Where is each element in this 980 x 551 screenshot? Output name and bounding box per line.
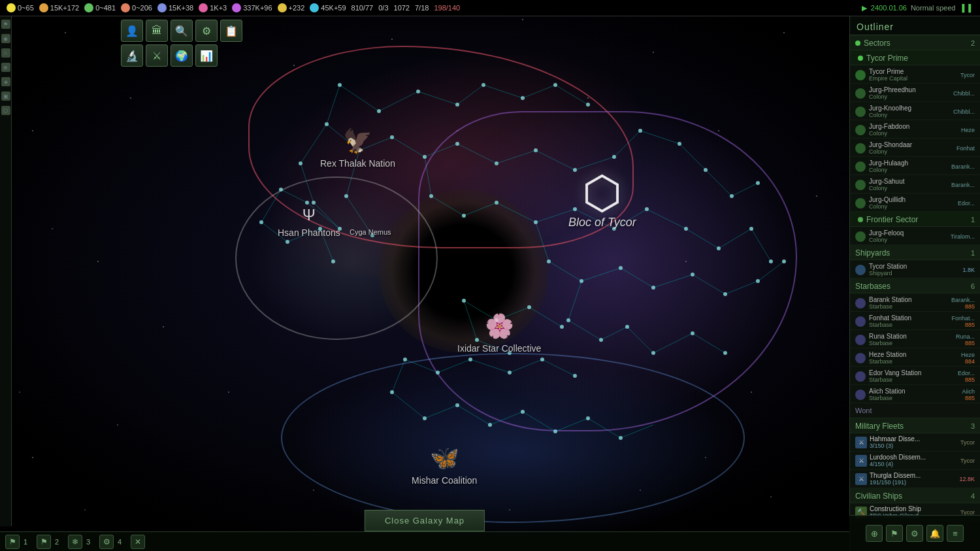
left-icon-2[interactable]: ◉ xyxy=(1,34,10,43)
bottom-tab-close[interactable]: ✕ xyxy=(131,535,145,549)
colony-jurg-shondaar[interactable]: Jurg-Shondaar Colony Fonhat xyxy=(850,139,980,157)
left-icon-7[interactable]: ⬡ xyxy=(1,106,10,115)
colony-jurg-quillidh[interactable]: Jurg-Quillidh Colony Edor... xyxy=(850,193,980,212)
br-icon-4[interactable]: 🔔 xyxy=(926,525,943,542)
fleet-thurgla[interactable]: ⚔ Thurgla Dissem... 191/150 (191) 12.8K xyxy=(850,470,980,488)
bottom-tab-3[interactable]: ❄ xyxy=(68,535,82,549)
military-fleets-section-header[interactable]: Military Fleets 3 xyxy=(850,418,980,433)
unity-value: +232 xyxy=(289,4,305,12)
left-icon-1[interactable]: ⚑ xyxy=(1,20,10,29)
colony-jurg-phreedhun[interactable]: Jurg-Phreedhun Colony Chibbl... xyxy=(850,84,980,102)
colony-icon xyxy=(855,231,866,242)
close-galaxy-map-button[interactable]: Close Galaxy Map xyxy=(365,510,485,531)
shipyards-count: 1 xyxy=(971,249,975,257)
territory-gray-hsan xyxy=(235,176,438,340)
food-icon xyxy=(84,3,93,12)
ratio-value: 0/3 xyxy=(378,4,388,12)
resource-energy: 0~65 xyxy=(7,3,34,12)
left-icon-6[interactable]: ▣ xyxy=(1,92,10,101)
starbase-aiich[interactable]: Aiich Station Starbase Aiich 885 xyxy=(850,385,980,403)
minerals-value: 15K+172 xyxy=(50,4,79,12)
icon-row-2: 🔬 ⚔ 🌍 📊 xyxy=(121,44,242,67)
action-military-button[interactable]: ⚔ xyxy=(146,44,168,67)
fleet-info: Thurgla Dissem... 191/150 (191) xyxy=(870,472,956,486)
left-icon-4[interactable]: ⊕ xyxy=(1,63,10,72)
bottom-tab-2[interactable]: ⚑ xyxy=(37,535,51,549)
galaxy-map[interactable]: ⬡ Bloc of Tycor 🦅 Rex Thalak Nation 🌸 Ix… xyxy=(0,0,849,551)
bottom-tab-4-number: 4 xyxy=(118,538,127,546)
tycor-prime-subsection[interactable]: Tycor Prime xyxy=(850,50,980,65)
bottom-tab-2-number: 2 xyxy=(55,538,64,546)
top-bar: 0~65 15K+172 0~481 0~206 15K+38 1K+3 337… xyxy=(0,0,980,16)
colony-icon xyxy=(855,180,866,190)
action-empire-button[interactable]: 👤 xyxy=(121,20,143,42)
starbase-text: Aiich Station Starbase xyxy=(869,388,962,401)
military-fleets-count: 3 xyxy=(971,422,975,430)
action-policies-button[interactable]: 🏛 xyxy=(146,20,168,42)
consumer-icon xyxy=(199,3,208,12)
starbase-icon xyxy=(855,316,866,327)
br-icon-1[interactable]: ⊕ xyxy=(866,525,883,542)
bottom-tab-1[interactable]: ⚑ xyxy=(5,535,20,549)
energy-icon xyxy=(7,3,16,12)
action-edicts-button[interactable]: 📋 xyxy=(220,20,242,42)
bottom-tab-4[interactable]: ⚙ xyxy=(99,535,114,549)
sectors-section-header[interactable]: Sectors 2 xyxy=(850,35,980,50)
shipyards-label: Shipyards xyxy=(855,248,890,258)
civilian-ships-section-header[interactable]: Civilian Ships 4 xyxy=(850,488,980,503)
colony-text: Jurg-Shondaar Colony xyxy=(869,141,956,155)
starbases-count: 6 xyxy=(971,282,975,290)
unity-icon xyxy=(278,3,287,12)
fleet-combat-icon: ⚔ xyxy=(855,455,867,467)
faction-bloc-tycor[interactable]: ⬡ Bloc of Tycor xyxy=(568,170,636,229)
colony-icon xyxy=(855,107,866,117)
pop-icon xyxy=(121,3,130,12)
starbase-fonhat[interactable]: Fonhat Station Starbase Fonhat... 885 xyxy=(850,312,980,330)
fleet-value: 810/77 xyxy=(351,4,374,12)
left-toolbar: ⚑ ◉ ☆ ⊕ ◈ ▣ ⬡ xyxy=(0,16,12,526)
br-icon-3[interactable]: ⚙ xyxy=(906,525,923,542)
colony-jurg-fabdoon[interactable]: Jurg-Fabdoon Colony Heze xyxy=(850,120,980,139)
resource-unity: +232 xyxy=(278,3,305,12)
colony-jurg-knoolheg[interactable]: Jurg-Knoolheg Colony Chibbl... xyxy=(850,102,980,120)
fleet-hahmaar[interactable]: ⚔ Hahmaar Disse... 3/150 (3) Tycor xyxy=(850,433,980,452)
br-icon-5[interactable]: ≡ xyxy=(947,525,964,542)
frontier-sector-header[interactable]: Frontier Sector 1 xyxy=(850,212,980,227)
starbase-text: Runa Station Starbase xyxy=(869,333,956,346)
resource-num2: 7/18 xyxy=(415,4,429,12)
game-speed: Normal speed xyxy=(911,4,955,12)
icon-row-1: 👤 🏛 🔍 ⚙ 📋 xyxy=(121,20,242,42)
sectors-label: Sectors xyxy=(855,39,890,48)
starbase-barank[interactable]: Barank Station Starbase Barank... 885 xyxy=(850,293,980,312)
action-situation-button[interactable]: 📊 xyxy=(195,44,218,67)
resource-num3: 198/140 xyxy=(434,4,460,12)
starbase-heze[interactable]: Heze Station Starbase Heze 884 xyxy=(850,348,980,367)
left-icon-3[interactable]: ☆ xyxy=(1,48,10,58)
fleet-info: Hahmaar Disse... 3/150 (3) xyxy=(870,435,958,449)
colony-jurg-sahuut[interactable]: Jurg-Sahuut Colony Barank... xyxy=(850,175,980,193)
left-icon-5[interactable]: ◈ xyxy=(1,77,10,86)
colony-text: Jurg-Hulaagh Colony xyxy=(869,159,951,173)
colony-tycor-prime[interactable]: Tycor Prime Empire Capital Tycor xyxy=(850,65,980,84)
shipyard-tycor[interactable]: Tycor Station Shipyard 1.8K xyxy=(850,260,980,278)
colony-jurg-felooq[interactable]: Jurg-Felooq Colony Tiralom... xyxy=(850,227,980,245)
starbases-section-header[interactable]: Starbases 6 xyxy=(850,278,980,293)
br-icon-2[interactable]: ⚑ xyxy=(886,525,903,542)
starbase-runa[interactable]: Runa Station Starbase Runa... 885 xyxy=(850,330,980,348)
shipyards-section-header[interactable]: Shipyards 1 xyxy=(850,245,980,260)
action-research-button[interactable]: 🔬 xyxy=(121,44,143,67)
action-settings-button[interactable]: ⚙ xyxy=(195,20,218,42)
starbases-label: Starbases xyxy=(855,282,890,291)
consumer-value: 1K+3 xyxy=(210,4,227,12)
colony-jurg-hulaagh[interactable]: Jurg-Hulaagh Colony Barank... xyxy=(850,157,980,175)
bottom-tab-3-number: 3 xyxy=(86,538,95,546)
fleet-combat-icon: ⚔ xyxy=(855,437,867,448)
shipyard-text: Tycor Station Shipyard xyxy=(869,263,962,276)
action-search-button[interactable]: 🔍 xyxy=(171,20,193,42)
top-action-icons: 👤 🏛 🔍 ⚙ 📋 🔬 ⚔ 🌍 📊 xyxy=(121,20,242,67)
starbase-edor[interactable]: Edor Vang Station Starbase Edor... 885 xyxy=(850,367,980,385)
minerals-icon xyxy=(39,3,48,12)
starbase-text: Edor Vang Station Starbase xyxy=(869,369,958,383)
fleet-lurdoosh[interactable]: ⚔ Lurdoosh Dissem... 4/150 (4) Tycor xyxy=(850,452,980,470)
action-planets-button[interactable]: 🌍 xyxy=(171,44,193,67)
